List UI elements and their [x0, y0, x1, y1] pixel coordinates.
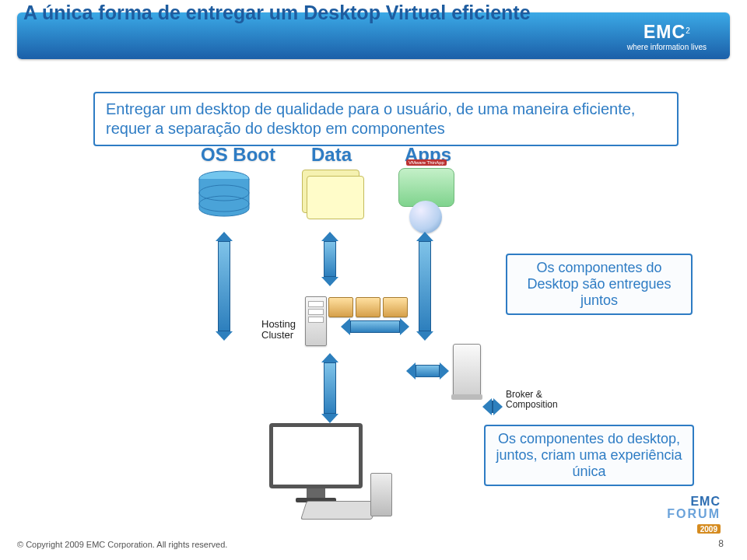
flow-arrow-data	[321, 232, 338, 286]
apps-icon: VMware ThinApp	[398, 168, 454, 207]
flow-arrow-to-desktop	[321, 353, 338, 423]
intro-statement: Entregar um desktop de qualidade para o …	[93, 92, 679, 146]
database-icon	[196, 170, 252, 224]
callout-unified-experience: Os componentes do desktop, juntos, criam…	[484, 425, 694, 486]
broker-label: Broker &Composition	[506, 390, 558, 410]
logo-superscript: 2	[686, 26, 690, 35]
forum-logo: EMC FORUM 2009	[667, 495, 721, 535]
slide-title: A única forma de entregar um Desktop Vir…	[23, 2, 531, 24]
flow-arrow-cluster-right	[341, 318, 409, 335]
broker-server-icon	[453, 344, 481, 397]
callout-components-delivered: Os componentes do Desktop são entregues …	[506, 254, 693, 315]
apps-tag-label: VMware ThinApp	[406, 159, 447, 166]
logo-text: EMC	[644, 22, 686, 42]
column-label-os: OS Boot	[201, 144, 275, 166]
folder-icon	[302, 170, 359, 213]
column-label-data: Data	[311, 144, 352, 166]
flow-arrow-apps	[416, 232, 433, 341]
hosting-cluster-icon	[305, 292, 327, 346]
footer-copyright: © Copyright 2009 EMC Corporation. All ri…	[17, 540, 227, 549]
flow-arrow-to-broker	[406, 362, 449, 380]
flow-arrow-os	[216, 232, 233, 341]
hosting-cluster-label: HostingCluster	[261, 319, 296, 341]
brand-logo: EMC2 where information lives	[627, 22, 707, 51]
cluster-blades-icon	[328, 297, 408, 317]
workstation-icon	[269, 423, 363, 502]
logo-tagline: where information lives	[627, 43, 707, 51]
flow-arrow-broker-label	[482, 398, 502, 415]
page-number: 8	[718, 538, 724, 549]
